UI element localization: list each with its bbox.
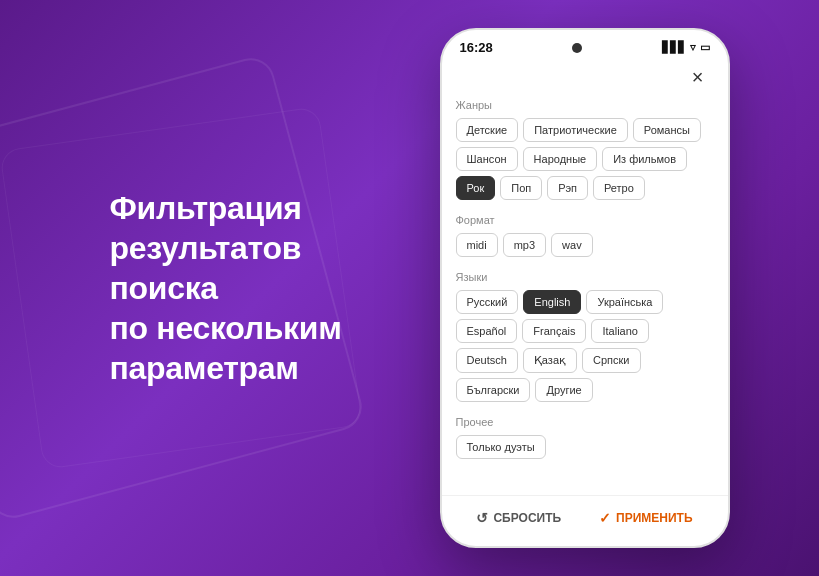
status-icons: ▋▋▋ ▿ ▭ xyxy=(662,41,710,54)
headline: Фильтрация результатов поиска по несколь… xyxy=(110,188,390,388)
tag-поп[interactable]: Поп xyxy=(500,176,542,200)
reset-label: СБРОСИТЬ xyxy=(493,511,561,525)
apply-icon: ✓ xyxy=(599,510,611,526)
format-section: Формат midi mp3 wav xyxy=(456,214,714,257)
tag-қазақ[interactable]: Қазақ xyxy=(523,348,577,373)
tag-патриотические[interactable]: Патриотические xyxy=(523,118,628,142)
tag-только-дуэты[interactable]: Только дуэты xyxy=(456,435,546,459)
tag-детские[interactable]: Детские xyxy=(456,118,519,142)
status-time: 16:28 xyxy=(460,40,493,55)
phone-content: Жанры Детские Патриотические Романсы Шан… xyxy=(442,99,728,495)
tag-шансон[interactable]: Шансон xyxy=(456,147,518,171)
genres-tags: Детские Патриотические Романсы Шансон На… xyxy=(456,118,714,200)
format-tags: midi mp3 wav xyxy=(456,233,714,257)
tag-рэп[interactable]: Рэп xyxy=(547,176,588,200)
tag-другие[interactable]: Другие xyxy=(535,378,592,402)
tag-midi[interactable]: midi xyxy=(456,233,498,257)
tag-български[interactable]: Български xyxy=(456,378,531,402)
tag-mp3[interactable]: mp3 xyxy=(503,233,546,257)
tag-украинська[interactable]: Українська xyxy=(586,290,663,314)
left-section: Фильтрация результатов поиска по несколь… xyxy=(60,148,440,428)
signal-icon: ▋▋▋ xyxy=(662,41,686,54)
tag-deutsch[interactable]: Deutsch xyxy=(456,348,518,373)
status-bar: 16:28 ▋▋▋ ▿ ▭ xyxy=(442,30,728,59)
tag-wav[interactable]: wav xyxy=(551,233,593,257)
phone-footer: ↺ СБРОСИТЬ ✓ ПРИМЕНИТЬ xyxy=(442,495,728,546)
wifi-icon: ▿ xyxy=(690,41,696,54)
tag-italiano[interactable]: Italiano xyxy=(591,319,648,343)
camera-notch xyxy=(572,43,582,53)
tag-русский[interactable]: Русский xyxy=(456,290,519,314)
other-label: Прочее xyxy=(456,416,714,428)
languages-tags: Русский English Українська Español Franç… xyxy=(456,290,714,402)
tag-романсы[interactable]: Романсы xyxy=(633,118,701,142)
tag-рок[interactable]: Рок xyxy=(456,176,496,200)
languages-section: Языки Русский English Українська Español… xyxy=(456,271,714,402)
tag-español[interactable]: Español xyxy=(456,319,518,343)
tag-english[interactable]: English xyxy=(523,290,581,314)
tag-српски[interactable]: Српски xyxy=(582,348,640,373)
format-label: Формат xyxy=(456,214,714,226)
other-tags: Только дуэты xyxy=(456,435,714,459)
apply-label: ПРИМЕНИТЬ xyxy=(616,511,693,525)
genres-label: Жанры xyxy=(456,99,714,111)
apply-button[interactable]: ✓ ПРИМЕНИТЬ xyxy=(599,510,693,526)
phone-mockup: 16:28 ▋▋▋ ▿ ▭ × Жанры Детские Патриотиче… xyxy=(440,28,730,548)
tag-из-фильмов[interactable]: Из фильмов xyxy=(602,147,687,171)
reset-button[interactable]: ↺ СБРОСИТЬ xyxy=(476,510,561,526)
other-section: Прочее Только дуэты xyxy=(456,416,714,459)
tag-ретро[interactable]: Ретро xyxy=(593,176,645,200)
phone-header: × xyxy=(442,59,728,99)
tag-народные[interactable]: Народные xyxy=(523,147,598,171)
genres-section: Жанры Детские Патриотические Романсы Шан… xyxy=(456,99,714,200)
tag-français[interactable]: Français xyxy=(522,319,586,343)
languages-label: Языки xyxy=(456,271,714,283)
reset-icon: ↺ xyxy=(476,510,488,526)
close-button[interactable]: × xyxy=(684,63,712,91)
battery-icon: ▭ xyxy=(700,41,710,54)
